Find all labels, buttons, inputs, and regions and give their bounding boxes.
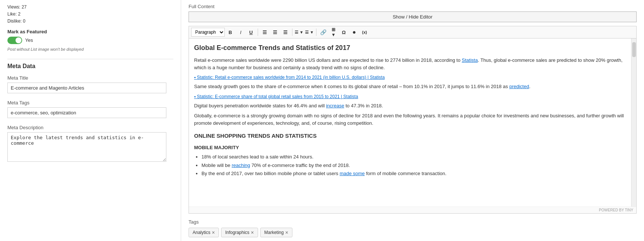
statista-link-1[interactable]: Statista (462, 57, 478, 63)
dislikes-stat: Dislike: 0 (7, 18, 173, 25)
views-value: 27 (21, 4, 26, 10)
predicted-link[interactable]: predicted (509, 84, 529, 89)
meta-tags-input[interactable] (7, 107, 166, 118)
mark-featured-label: Mark as Featured (7, 29, 173, 34)
tag-infographics-close[interactable]: × (251, 230, 254, 235)
image-link-1[interactable]: Statistic: Retail e-commerce sales world… (194, 74, 626, 81)
toolbar-divider-1 (258, 29, 258, 36)
content-p3: Digital buyers penetration worldwide sta… (194, 102, 626, 110)
tag-analytics-close[interactable]: × (212, 230, 215, 235)
show-hide-editor-button[interactable]: Show / Hide Editor (189, 11, 637, 22)
left-panel: Views: 27 Like: 2 Dislike: 0 Mark as Fea… (0, 0, 181, 241)
italic-button[interactable]: I (236, 28, 245, 37)
tag-infographics-label: Infographics (225, 230, 249, 235)
tag-marketing-label: Marketing (264, 230, 284, 235)
full-content-label: Full Content (189, 4, 637, 9)
list-item-4: Mobile commerce was hitting US$700 billi… (201, 178, 626, 180)
content-h3: MOBILE MAJORITY (194, 144, 626, 151)
list-item-2: Mobile will be reaching 70% of e-commerc… (201, 162, 626, 169)
align-center-button[interactable]: ☰ (270, 28, 280, 37)
mobile-list: 18% of local searches lead to a sale wit… (201, 153, 626, 179)
meta-description-label: Meta Description (7, 125, 173, 130)
number-list-button[interactable]: ☰ ▼ (305, 28, 314, 37)
content-p1: Retail e-commerce sales worldwide were 2… (194, 57, 626, 71)
featured-toggle[interactable] (7, 37, 22, 44)
editor-content-wrapper: Global E-commerce Trends and Statistics … (189, 39, 636, 207)
tag-marketing-close[interactable]: × (285, 230, 288, 235)
dislikes-label: Dislike: (7, 19, 22, 24)
featured-toggle-row: Yes (7, 37, 173, 44)
special-char-button[interactable]: Ω (339, 28, 349, 37)
editor-scrollbar[interactable] (631, 39, 636, 207)
meta-title-input[interactable] (7, 83, 166, 93)
link-button[interactable]: 🔗 (318, 28, 328, 37)
tags-container: Analytics × Infographics × Marketing × (189, 228, 637, 237)
reaching-link[interactable]: reaching (232, 163, 250, 168)
post-warning-text: Post without List image won't be display… (7, 47, 173, 51)
stats-section: Views: 27 Like: 2 Dislike: 0 (7, 4, 173, 25)
image-link-2[interactable]: Statistic: E-commerce share of total glo… (194, 93, 626, 100)
meta-data-section: Meta Data Meta Title Meta Tags Meta Desc… (7, 59, 173, 163)
dislikes-value: 0 (23, 19, 26, 24)
bold-button[interactable]: B (226, 28, 235, 37)
bullet-list-button[interactable]: ☰ ▼ (294, 28, 304, 37)
underline-button[interactable]: U (246, 28, 256, 37)
tag-analytics-label: Analytics (193, 230, 210, 235)
meta-data-title: Meta Data (7, 63, 173, 70)
meta-title-label: Meta Title (7, 75, 173, 81)
was-hitting-link[interactable]: was hitting (241, 179, 263, 180)
editor-container: Paragraph B I U ☰ ☰ ☰ ☰ ▼ ☰ ▼ 🔗 ⊞ ▼ Ω ● … (189, 26, 637, 214)
tags-label: Tags (189, 219, 637, 225)
table-button[interactable]: ⊞ ▼ (329, 28, 338, 37)
views-stat: Views: 27 (7, 4, 173, 11)
tag-marketing[interactable]: Marketing × (260, 228, 292, 237)
powered-by-label: POWERED BY TINY (189, 207, 636, 213)
align-right-button[interactable]: ☰ (281, 28, 290, 37)
meta-tags-label: Meta Tags (7, 100, 173, 106)
toggle-yes-label: Yes (25, 37, 33, 43)
made-some-link[interactable]: made some (340, 171, 365, 176)
toolbar-divider-3 (316, 29, 316, 36)
content-p2: Same steady growth goes to the share of … (194, 83, 626, 90)
tag-analytics[interactable]: Analytics × (189, 228, 219, 237)
meta-tags-group: Meta Tags (7, 100, 173, 118)
likes-stat: Like: 2 (7, 11, 173, 18)
toggle-slider (7, 37, 22, 44)
meta-title-group: Meta Title (7, 75, 173, 93)
code-button[interactable]: (x) (360, 28, 369, 37)
meta-description-textarea[interactable]: Explore the latest trends and statistics… (7, 132, 166, 162)
content-h2: ONLINE SHOPPING TRENDS AND STATISTICS (194, 132, 626, 140)
likes-value: 2 (18, 11, 21, 17)
content-p4: Globally, e-commerce is a strongly growi… (194, 112, 626, 127)
align-left-button[interactable]: ☰ (260, 28, 270, 37)
mark-featured-section: Mark as Featured Yes Post without List i… (7, 29, 173, 51)
editor-content-area[interactable]: Global E-commerce Trends and Statistics … (189, 39, 631, 179)
increase-link[interactable]: increase (326, 103, 344, 108)
right-panel: Full Content Show / Hide Editor Paragrap… (181, 0, 644, 241)
list-item-1: 18% of local searches lead to a sale wit… (201, 153, 626, 161)
scrollbar-thumb (632, 42, 636, 57)
likes-label: Like: (7, 11, 17, 17)
list-item-3: By the end of 2017, over two billion mob… (201, 170, 626, 177)
toolbar-divider-2 (292, 29, 292, 36)
embed-button[interactable]: ● (349, 28, 359, 37)
tag-infographics[interactable]: Infographics × (221, 228, 258, 237)
tags-section: Tags Analytics × Infographics × Marketin… (189, 219, 637, 237)
meta-description-group: Meta Description Explore the latest tren… (7, 125, 173, 163)
views-label: Views: (7, 4, 20, 10)
content-h1: Global E-commerce Trends and Statistics … (194, 43, 626, 53)
paragraph-select[interactable]: Paragraph (191, 28, 225, 37)
editor-toolbar: Paragraph B I U ☰ ☰ ☰ ☰ ▼ ☰ ▼ 🔗 ⊞ ▼ Ω ● … (189, 26, 636, 39)
